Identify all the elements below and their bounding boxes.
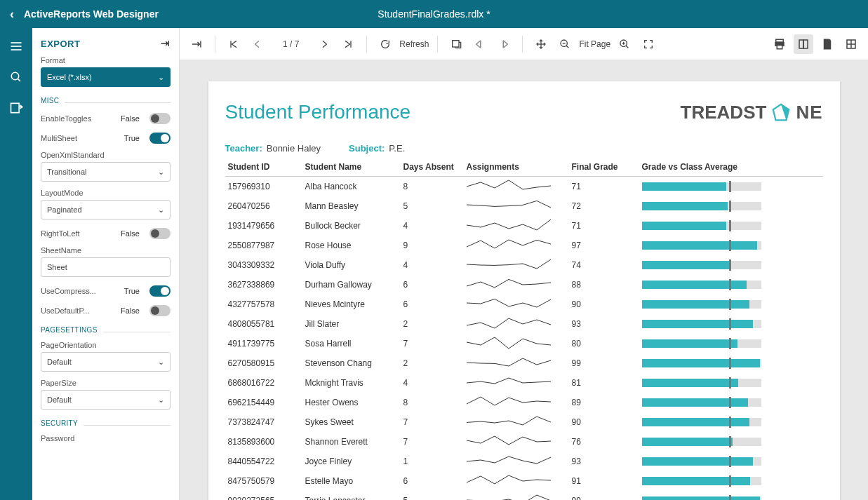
page-orientation-select[interactable]: Default ⌄ [41, 352, 171, 372]
sparkline [467, 375, 551, 391]
grade-bar [642, 320, 761, 328]
table-row: 4911739775Sosa Harrell780 [225, 334, 823, 353]
company-logo: TREADST NE [681, 102, 823, 123]
print-icon[interactable] [770, 34, 789, 54]
menu-icon[interactable] [9, 39, 23, 53]
back-icon[interactable]: ‹ [10, 7, 14, 22]
grade-bar [642, 438, 761, 446]
openxml-select[interactable]: Transitional ⌄ [41, 162, 171, 182]
table-row: 2550877987Rose House997 [225, 236, 823, 255]
search-icon[interactable] [9, 70, 23, 84]
sparkline [467, 277, 551, 292]
export-panel: EXPORT Format Excel (*.xlsx) ⌄ MISC Enab… [32, 28, 180, 500]
sparkline [467, 238, 551, 253]
chevron-down-icon: ⌄ [158, 396, 164, 405]
sheetname-input[interactable] [41, 257, 171, 277]
grade-bar [642, 496, 761, 500]
chevron-down-icon: ⌄ [158, 358, 164, 367]
next-page-icon[interactable] [314, 34, 334, 54]
last-page-icon[interactable] [338, 34, 358, 54]
svg-rect-24 [777, 45, 782, 48]
first-page-icon[interactable] [224, 34, 243, 54]
format-select[interactable]: Excel (*.xlsx) ⌄ [41, 67, 171, 87]
rtl-toggle[interactable] [149, 228, 171, 239]
svg-point-3 [11, 72, 19, 80]
section-misc: MISC [41, 97, 171, 104]
svg-rect-25 [824, 39, 831, 49]
grades-table: Student IDStudent NameDays AbsentAssignm… [225, 158, 823, 500]
grade-bar [642, 202, 761, 210]
table-row: 3043309332Viola Duffy474 [225, 255, 823, 275]
refresh-icon[interactable] [375, 34, 395, 54]
table-row: 3627338869Durham Galloway688 [225, 275, 823, 295]
table-row: 157969310Alba Hancock871 [225, 177, 823, 197]
svg-line-19 [626, 46, 628, 48]
sparkline [467, 218, 551, 234]
move-icon[interactable] [531, 34, 551, 54]
report-meta: Teacher:Bonnie Haley Subject:P.E. [225, 143, 823, 154]
column-header: Grade vs Class Average [639, 158, 823, 177]
sparkline [467, 414, 551, 430]
column-header: Days Absent [401, 158, 464, 177]
password-label: Password [41, 434, 171, 442]
enable-toggles-toggle[interactable] [149, 113, 171, 124]
history-back-icon[interactable] [470, 34, 490, 54]
prev-page-icon[interactable] [248, 34, 267, 54]
grade-bar [642, 300, 761, 309]
zoom-in-icon[interactable] [615, 34, 634, 54]
table-row: 4327757578Nieves Mcintyre690 [225, 295, 823, 314]
table-row: 8135893600Shannon Everett776 [225, 432, 823, 452]
toggle-sidebar-icon[interactable] [187, 34, 206, 54]
app-title: ActiveReports Web Designer [24, 8, 159, 20]
use-compression-toggle[interactable] [149, 285, 171, 297]
table-row: 8440554722Joyce Finley193 [225, 452, 823, 471]
table-row: 6868016722Mcknight Travis481 [225, 373, 823, 393]
fit-page-label[interactable]: Fit Page [579, 39, 610, 49]
page-orientation-label: PageOrientation [41, 341, 171, 349]
grade-bar [642, 222, 761, 230]
sheetname-label: SheetName [41, 246, 171, 255]
svg-rect-5 [11, 103, 20, 112]
table-row: 260470256Mann Beasley572 [225, 196, 823, 216]
sparkline [467, 434, 551, 450]
sparkline [467, 454, 551, 469]
panel-heading: EXPORT [41, 39, 80, 49]
chevron-down-icon: ⌄ [158, 73, 164, 82]
table-row: 8475750579Estelle Mayo691 [225, 471, 823, 491]
galley-mode-icon[interactable] [841, 34, 861, 54]
grade-bar [642, 457, 761, 466]
layoutmode-label: LayoutMode [41, 189, 171, 197]
fullscreen-icon[interactable] [639, 34, 658, 54]
left-rail [0, 28, 32, 500]
continuous-page-icon[interactable] [817, 34, 837, 54]
pin-icon[interactable] [159, 38, 171, 49]
format-label: Format [41, 56, 171, 65]
sparkline [467, 179, 551, 194]
section-security: SECURITY [41, 419, 171, 427]
cancel-icon[interactable] [446, 34, 466, 54]
column-header: Student ID [225, 158, 302, 177]
grade-bar [642, 182, 761, 191]
report-canvas[interactable]: Student Performance TREADST NE Teacher:B… [180, 60, 868, 500]
title-bar: ‹ ActiveReports Web Designer StudentFina… [0, 0, 868, 28]
zoom-out-icon[interactable] [555, 34, 575, 54]
viewer-toolbar: 1 / 7 Refresh Fit Page [180, 28, 868, 60]
chevron-down-icon: ⌄ [158, 205, 164, 215]
refresh-label[interactable]: Refresh [399, 39, 429, 49]
paper-size-select[interactable]: Default ⌄ [41, 390, 171, 410]
history-forward-icon[interactable] [494, 34, 514, 54]
use-default-pal-toggle[interactable] [149, 305, 171, 316]
openxml-label: OpenXmlStandard [41, 151, 171, 159]
sparkline [467, 297, 551, 312]
multisheet-toggle[interactable] [149, 133, 171, 144]
grade-bar [642, 359, 761, 367]
single-page-icon[interactable] [794, 34, 813, 54]
chevron-down-icon: ⌄ [158, 168, 164, 177]
sparkline [467, 257, 551, 273]
prop-enable-toggles: EnableToggles False [41, 113, 171, 124]
sparkline [467, 493, 551, 500]
export-icon[interactable] [9, 101, 23, 115]
page-indicator[interactable]: 1 / 7 [283, 39, 299, 49]
grade-bar [642, 379, 761, 387]
layoutmode-select[interactable]: Paginated ⌄ [41, 200, 171, 219]
